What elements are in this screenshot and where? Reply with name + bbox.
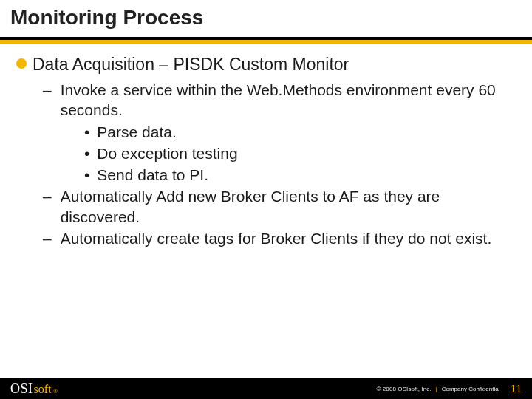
bullet-text: Automatically create tags for Broker Cli… [61, 228, 492, 248]
title-divider [0, 37, 532, 44]
bullet-text: Invoke a service within the Web.Methods … [61, 80, 516, 120]
slide-title: Monitoring Process [10, 6, 522, 30]
bullet-level3: • Do exception testing [84, 143, 516, 163]
logo-text-osi: OSI [10, 381, 33, 397]
slide: Monitoring Process Data Acquisition – PI… [0, 0, 532, 399]
dot-bullet-icon: • [84, 122, 89, 142]
bullet-text: Automatically Add new Broker Clients to … [61, 186, 516, 227]
bullet-level2: – Invoke a service within the Web.Method… [43, 80, 516, 120]
confidential-text: Company Confidential [442, 386, 500, 392]
footer-bar: OSIsoft® © 2008 OSIsoft, Inc. | Company … [0, 378, 532, 399]
dot-bullet-icon: • [84, 165, 89, 185]
bullet-level3: • Parse data. [84, 122, 516, 142]
content-area: Data Acquisition – PISDK Custom Monitor … [0, 44, 532, 399]
title-area: Monitoring Process [0, 0, 532, 33]
dash-bullet-icon: – [43, 80, 52, 100]
bullet-level2: – Automatically Add new Broker Clients t… [43, 186, 516, 227]
logo-text-soft: soft [34, 383, 52, 396]
dash-bullet-icon: – [43, 186, 52, 206]
bullet-level3: • Send data to PI. [84, 165, 516, 185]
circle-bullet-icon [16, 58, 27, 69]
page-number: 11 [510, 383, 522, 395]
bullet-level1: Data Acquisition – PISDK Custom Monitor [16, 54, 516, 75]
bullet-level2: – Automatically create tags for Broker C… [43, 228, 516, 248]
separator-pipe-icon: | [436, 386, 437, 392]
bullet-text: Data Acquisition – PISDK Custom Monitor [33, 54, 349, 75]
osisoft-logo: OSIsoft® [10, 381, 58, 397]
dot-bullet-icon: • [84, 143, 89, 163]
bullet-text: Do exception testing [97, 143, 237, 163]
bullet-text: Send data to PI. [97, 165, 208, 185]
logo-registered-icon: ® [53, 387, 58, 395]
dash-bullet-icon: – [43, 228, 52, 248]
copyright-text: © 2008 OSIsoft, Inc. [376, 386, 431, 392]
bullet-text: Parse data. [97, 122, 176, 142]
